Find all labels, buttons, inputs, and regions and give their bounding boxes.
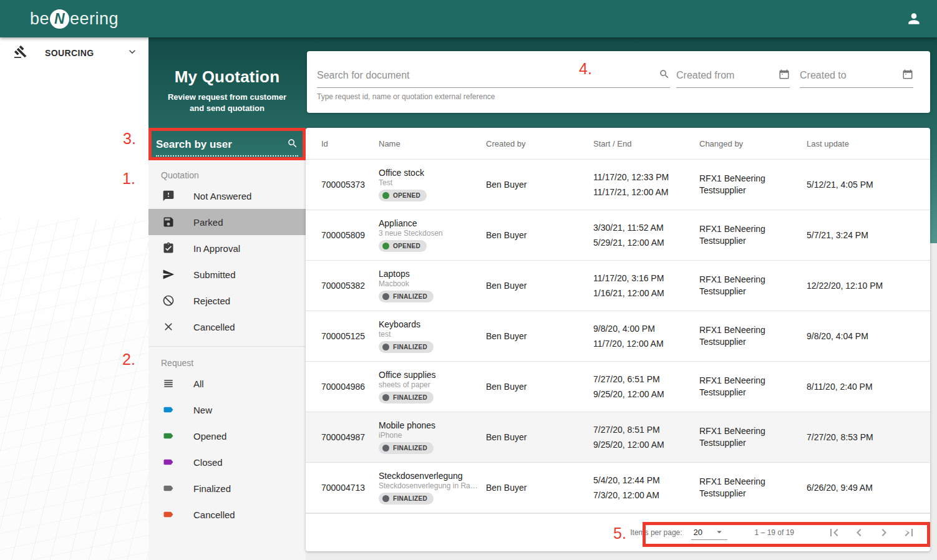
save-icon xyxy=(162,216,175,228)
page-subtitle: Review request from customer and send qu… xyxy=(163,92,291,113)
menu-item-label: In Approval xyxy=(193,243,240,254)
sidebar-item-parked[interactable]: Parked xyxy=(148,209,306,235)
calendar-icon[interactable] xyxy=(779,69,790,82)
annotation-label-4: 4. xyxy=(579,60,592,78)
row-created-by: Ben Buyer xyxy=(486,483,593,493)
table-row[interactable]: 700004986 Office supplies sheets of pape… xyxy=(306,362,930,412)
table-row[interactable]: 700005125 Keyboards test FINALIZED Ben B… xyxy=(306,311,930,362)
table-row[interactable]: 700005809 Appliance 3 neue Steckdosen OP… xyxy=(306,210,930,261)
menu-item-label: Submitted xyxy=(193,269,236,280)
column-header-name[interactable]: Name xyxy=(379,139,486,148)
row-created-by: Ben Buyer xyxy=(486,180,593,190)
label-icon xyxy=(162,403,175,416)
column-header-id[interactable]: Id xyxy=(321,139,379,148)
row-id: 700005373 xyxy=(321,180,379,190)
column-header-created-by[interactable]: Created by xyxy=(486,139,593,148)
table-row[interactable]: 700004987 Mobile phones iPhone FINALIZED… xyxy=(306,412,930,463)
table-row[interactable]: 700005382 Laptops Macbook FINALIZED Ben … xyxy=(306,261,930,311)
left-background-column: SOURCING xyxy=(0,37,148,560)
column-header-changed-by[interactable]: Changed by xyxy=(699,139,807,148)
status-badge: FINALIZED xyxy=(379,341,434,353)
sidebar-item-submitted[interactable]: Submitted xyxy=(148,261,306,287)
sidebar-item-all[interactable]: All xyxy=(148,370,306,397)
sidebar-item-cancelled-quotation[interactable]: Cancelled xyxy=(148,314,306,340)
document-search-helper: Type request id, name or quotation exter… xyxy=(317,92,670,101)
row-start-end: 5/4/20, 12:44 PM7/3/20, 12:00 AM xyxy=(593,475,699,500)
quotation-section-header: Quotation xyxy=(148,159,306,183)
row-name-cell: Laptops Macbook FINALIZED xyxy=(379,269,486,302)
logo-text-post: eering xyxy=(70,9,119,29)
created-to-field[interactable]: Created to xyxy=(800,69,913,88)
created-from-field[interactable]: Created from xyxy=(676,69,790,88)
annotation-label-5: 5. xyxy=(613,524,626,543)
beneering-logo: beNeering xyxy=(30,9,119,29)
table-row[interactable]: 700004713 Steckdosenverlegung Steckdosen… xyxy=(306,463,930,513)
row-id: 700004987 xyxy=(321,432,379,442)
sidebar-item-opened[interactable]: Opened xyxy=(148,423,306,449)
row-subtitle: Steckdosenverlegung in Raum 12… xyxy=(379,481,482,490)
assignment-turned-in-icon xyxy=(162,242,175,254)
row-last-update: 5/12/21, 4:05 PM xyxy=(807,180,930,190)
table-header-row: Id Name Created by Start / End Changed b… xyxy=(306,128,930,160)
status-dot xyxy=(382,344,389,350)
menu-item-label: Finalized xyxy=(193,483,231,494)
row-name-cell: Office supplies sheets of paper FINALIZE… xyxy=(379,370,486,403)
sidebar-menu: Quotation Not Answered Parked In Approva… xyxy=(148,159,306,560)
status-dot xyxy=(382,445,389,451)
top-app-bar: beNeering xyxy=(0,0,937,37)
search-icon[interactable] xyxy=(659,69,670,82)
document-search-field[interactable]: Search for document Type request id, nam… xyxy=(317,69,670,101)
row-subtitle: Test xyxy=(379,178,482,187)
sidebar-item-not-answered[interactable]: Not Answered xyxy=(148,183,306,209)
status-dot xyxy=(382,394,389,401)
app-root: beNeering SOURCING My Quotation Review r… xyxy=(0,0,937,560)
row-subtitle: 3 neue Steckdosen xyxy=(379,229,482,238)
row-name: Office stock xyxy=(379,168,486,178)
calendar-icon[interactable] xyxy=(902,69,913,82)
request-section-header: Request xyxy=(148,347,306,370)
annotation-box-search-by-user xyxy=(148,128,306,160)
row-name: Laptops xyxy=(379,269,486,279)
sidebar-item-cancelled-request[interactable]: Cancelled xyxy=(148,501,306,528)
column-header-last-update[interactable]: Last update xyxy=(807,139,930,148)
row-name: Keyboards xyxy=(379,319,486,329)
row-subtitle: test xyxy=(379,330,482,339)
status-badge: OPENED xyxy=(379,190,427,201)
label-icon xyxy=(162,508,175,521)
row-name: Office supplies xyxy=(379,370,486,380)
logo-n-icon: N xyxy=(50,9,69,29)
status-dot xyxy=(382,293,389,300)
row-name: Appliance xyxy=(379,218,486,228)
sidebar-item-closed[interactable]: Closed xyxy=(148,449,306,475)
row-start-end: 9/8/20, 4:00 PM11/7/20, 12:00 AM xyxy=(593,324,699,349)
sidebar-item-rejected[interactable]: Rejected xyxy=(148,287,306,314)
logo-text-pre: be xyxy=(30,9,49,29)
menu-item-label: All xyxy=(193,379,204,389)
table-row[interactable]: 700005373 Office stock Test OPENED Ben B… xyxy=(306,160,930,210)
label-icon xyxy=(162,430,175,442)
block-icon xyxy=(162,294,175,307)
row-created-by: Ben Buyer xyxy=(486,432,593,442)
send-icon xyxy=(162,268,175,281)
annotation-label-1: 1. xyxy=(122,170,135,188)
row-created-by: Ben Buyer xyxy=(486,382,593,392)
row-start-end: 7/27/20, 6:51 PM9/25/20, 12:00 AM xyxy=(593,374,699,399)
person-icon[interactable] xyxy=(906,11,922,27)
column-header-start-end[interactable]: Start / End xyxy=(593,139,699,148)
row-start-end: 3/30/21, 11:52 AM5/29/21, 12:00 AM xyxy=(593,223,699,248)
sidebar-item-in-approval[interactable]: In Approval xyxy=(148,235,306,261)
sourcing-menu[interactable]: SOURCING xyxy=(0,37,148,69)
row-start-end: 11/17/20, 3:16 PM1/16/21, 12:00 AM xyxy=(593,273,699,298)
sidebar-item-new[interactable]: New xyxy=(148,397,306,423)
menu-item-label: New xyxy=(193,405,212,415)
row-last-update: 12/22/20, 12:10 PM xyxy=(807,281,930,291)
quotation-table-card: Id Name Created by Start / End Changed b… xyxy=(306,128,930,551)
status-dot xyxy=(382,192,389,199)
row-start-end: 11/17/20, 12:33 PM11/17/21, 12:00 AM xyxy=(593,172,699,197)
row-name-cell: Keyboards test FINALIZED xyxy=(379,319,486,353)
sidebar-item-finalized[interactable]: Finalized xyxy=(148,475,306,501)
row-last-update: 6/26/20, 9:49 AM xyxy=(807,483,930,493)
page-title: My Quotation xyxy=(148,67,306,87)
annotation-box-pagination xyxy=(643,522,930,547)
row-changed-by: RFX1 BeNeering Testsupplier xyxy=(699,324,793,348)
